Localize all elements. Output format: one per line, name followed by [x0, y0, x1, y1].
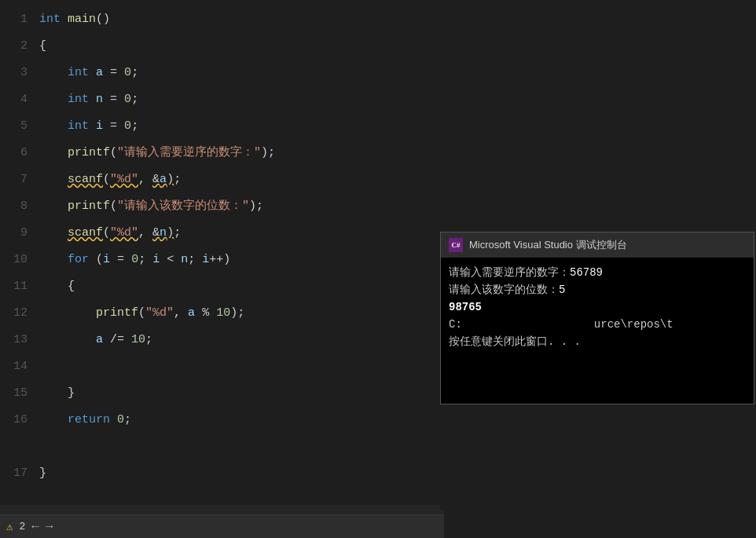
warning-icon: ⚠ [6, 520, 13, 533]
status-bar: ⚠ 2 ← → [0, 514, 444, 538]
code-editor[interactable]: 1 2 3 4 5 6 7 8 9 10 11 12 13 14 15 16 1… [0, 0, 444, 487]
nav-right-arrow[interactable]: → [46, 520, 53, 534]
code-line-3: int a = 0; [39, 60, 444, 86]
code-line-4: int n = 0; [39, 86, 444, 113]
console-window[interactable]: C# Microsoft Visual Studio 调试控制台 请输入需要逆序… [440, 232, 754, 404]
code-line-10: for (i = 0; i < n; i++) [39, 247, 444, 273]
console-output-area: 请输入需要逆序的数字：56789 请输入该数字的位数：5 98765 C: ur… [441, 258, 754, 404]
bottom-background [440, 404, 756, 511]
warning-count: 2 [19, 521, 25, 533]
code-line-11: { [39, 273, 444, 300]
editor-scrollbar[interactable] [0, 505, 444, 514]
code-line-12: printf("%d", a % 10); [39, 300, 444, 327]
code-line-9: scanf("%d", &n); [39, 220, 444, 247]
code-line-16: return 0; [39, 407, 444, 434]
right-background [444, 0, 756, 232]
console-line-3: 98765 [449, 298, 746, 316]
nav-left-arrow[interactable]: ← [31, 520, 39, 534]
code-line-1: int main() [39, 6, 444, 33]
console-line-2: 请输入该数字的位数：5 [449, 281, 746, 298]
line-numbers: 1 2 3 4 5 6 7 8 9 10 11 12 13 14 15 16 1… [0, 6, 35, 487]
code-line-17 [39, 434, 444, 460]
code-content-area: 1 2 3 4 5 6 7 8 9 10 11 12 13 14 15 16 1… [0, 0, 444, 487]
code-line-7: scanf("%d", &a); [39, 167, 444, 193]
console-line-5: 按任意键关闭此窗口. . . [449, 333, 746, 350]
code-line-14 [39, 353, 444, 380]
console-line-4: C: urce\repos\t [449, 316, 746, 333]
code-lines: int main() { int a = 0; int n = 0; int i… [39, 6, 444, 487]
console-title: Microsoft Visual Studio 调试控制台 [469, 238, 627, 252]
code-line-18: } [39, 460, 444, 487]
console-app-icon: C# [449, 238, 463, 252]
code-line-6: printf("请输入需要逆序的数字："); [39, 140, 444, 167]
code-line-13: a /= 10; [39, 327, 444, 353]
console-line-1: 请输入需要逆序的数字：56789 [449, 264, 746, 281]
console-titlebar[interactable]: C# Microsoft Visual Studio 调试控制台 [441, 232, 754, 258]
code-line-2: { [39, 33, 444, 60]
console-icon-text: C# [452, 241, 461, 249]
code-line-5: int i = 0; [39, 113, 444, 140]
code-line-8: printf("请输入该数字的位数："); [39, 193, 444, 220]
code-line-15: } [39, 380, 444, 407]
